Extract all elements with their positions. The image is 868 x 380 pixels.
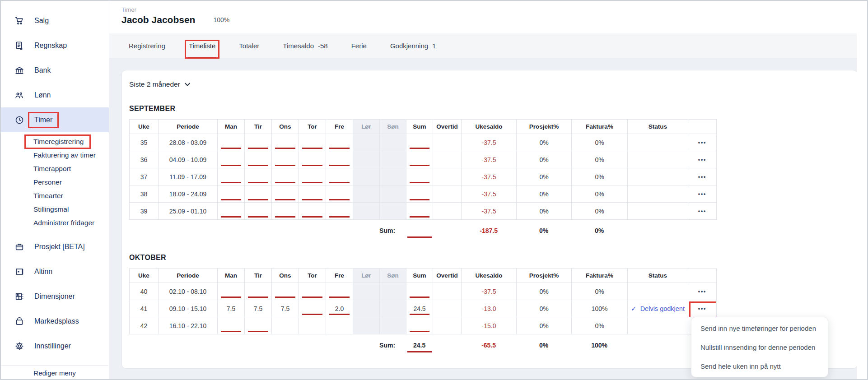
row-menu-button[interactable]: •••: [694, 155, 711, 165]
project-pct-cell: 0%: [517, 185, 572, 203]
sidebar-subitem[interactable]: Timeregistrering: [33, 135, 109, 148]
week-balance-cell: -37.5: [462, 283, 517, 300]
sum-underline: [410, 297, 429, 298]
overtime-cell: [433, 317, 462, 334]
day-cell-tir[interactable]: [245, 151, 272, 168]
day-cell-man[interactable]: 7.5: [218, 300, 245, 317]
empty-entry-underline: [221, 182, 241, 183]
day-cell-fre[interactable]: 2.0: [326, 300, 353, 317]
sidebar-subitem[interactable]: Fakturering av timer: [33, 148, 109, 162]
day-cell-fre[interactable]: [326, 185, 353, 203]
row-menu-button[interactable]: •••: [694, 304, 711, 314]
day-cell-man[interactable]: [218, 317, 245, 334]
week-number-cell: 38: [130, 185, 159, 203]
day-cell-ons[interactable]: [272, 317, 299, 334]
sidebar-subitem[interactable]: Timearter: [33, 189, 109, 203]
day-cell-ons[interactable]: [272, 151, 299, 168]
day-cell-fre[interactable]: [326, 203, 353, 220]
day-cell-tor[interactable]: [299, 168, 326, 185]
day-cell-man[interactable]: [218, 134, 245, 151]
day-cell-man[interactable]: [218, 203, 245, 220]
sidebar-item-timer[interactable]: Timer: [1, 107, 109, 132]
tab-ferie[interactable]: Ferie: [351, 33, 367, 58]
weekend-cell-lor: [353, 203, 380, 220]
row-menu-button[interactable]: •••: [694, 287, 711, 297]
sidebar-item-regnskap[interactable]: Regnskap: [1, 33, 109, 58]
sidebar-subitem[interactable]: Timerapport: [33, 162, 109, 176]
menu-item[interactable]: Send hele uken inn på nytt: [691, 357, 828, 375]
sidebar-item-altinn[interactable]: Altinn: [1, 259, 109, 284]
tab-registrering[interactable]: Registrering: [129, 33, 165, 58]
sidebar-item-dimensjoner[interactable]: Dimensjoner: [1, 284, 109, 309]
sum-total-cell: 24.5: [406, 337, 433, 357]
day-cell-ons[interactable]: 7.5: [272, 300, 299, 317]
day-cell-man[interactable]: [218, 283, 245, 300]
sum-underline: [410, 182, 429, 183]
weekend-cell-son: [380, 168, 406, 185]
day-cell-fre[interactable]: [326, 317, 353, 334]
day-cell-tor[interactable]: [299, 203, 326, 220]
sum-label: Sum:: [129, 222, 406, 242]
day-cell-fre[interactable]: [326, 134, 353, 151]
day-cell-fre[interactable]: [326, 151, 353, 168]
menu-item[interactable]: Send inn nye timeføringer for perioden: [691, 319, 828, 338]
day-cell-man[interactable]: [218, 151, 245, 168]
tab-godkjenning[interactable]: Godkjenning1: [390, 33, 436, 58]
clock-icon: [14, 115, 24, 125]
sidebar-item-innstillinger[interactable]: Innstillinger: [1, 334, 109, 358]
edit-menu-link[interactable]: Rediger meny: [1, 369, 108, 377]
row-menu-button[interactable]: •••: [694, 172, 711, 182]
sidebar-item-lonn[interactable]: Lønn: [1, 83, 109, 107]
day-cell-tor[interactable]: [299, 300, 326, 317]
col-header-faktura: Faktura%: [572, 269, 628, 283]
day-cell-ons[interactable]: [272, 168, 299, 185]
sidebar-item-salg[interactable]: Salg: [1, 8, 109, 33]
sidebar-item-bank[interactable]: Bank: [1, 58, 109, 83]
sidebar-subitem[interactable]: Personer: [33, 176, 109, 189]
row-menu-button[interactable]: •••: [694, 138, 711, 148]
day-cell-tor[interactable]: [299, 317, 326, 334]
row-menu-cell: •••: [688, 151, 717, 168]
day-cell-tor[interactable]: [299, 134, 326, 151]
day-cell-tir[interactable]: [245, 134, 272, 151]
row-menu-button[interactable]: •••: [694, 206, 711, 216]
day-cell-tir[interactable]: [245, 203, 272, 220]
row-menu-button[interactable]: •••: [694, 189, 711, 199]
page-header: Timer Jacob Jacobsen 100%: [109, 1, 867, 33]
sidebar-item-markedsplass[interactable]: Markedsplass: [1, 309, 109, 334]
week-number-cell: 41: [130, 300, 159, 317]
empty-entry-underline: [248, 182, 268, 183]
sum-cell: [406, 203, 433, 220]
tab-totaler[interactable]: Totaler: [239, 33, 259, 58]
sum-cell: [406, 283, 433, 300]
sidebar-subitem[interactable]: Administrer fridager: [33, 216, 109, 230]
day-cell-man[interactable]: [218, 168, 245, 185]
period-filter-dropdown[interactable]: Siste 2 måneder: [129, 78, 191, 91]
sidebar-subitem[interactable]: Stillingsmal: [33, 203, 109, 216]
day-cell-tir[interactable]: 7.5: [245, 300, 272, 317]
overtime-cell: [433, 300, 462, 317]
day-cell-ons[interactable]: [272, 283, 299, 300]
day-cell-tor[interactable]: [299, 185, 326, 203]
day-cell-fre[interactable]: [326, 168, 353, 185]
day-cell-fre[interactable]: [326, 283, 353, 300]
day-cell-tir[interactable]: [245, 168, 272, 185]
day-cell-ons[interactable]: [272, 185, 299, 203]
bag-icon: [14, 316, 24, 326]
day-cell-ons[interactable]: [272, 203, 299, 220]
day-cell-man[interactable]: [218, 185, 245, 203]
day-cell-tir[interactable]: [245, 283, 272, 300]
day-cell-ons[interactable]: [272, 134, 299, 151]
sum-underline: [410, 314, 429, 315]
day-cell-tir[interactable]: [245, 185, 272, 203]
menu-item[interactable]: Nullstill innsending for denne perioden: [691, 338, 828, 357]
day-cell-tor[interactable]: [299, 283, 326, 300]
day-cell-tor[interactable]: [299, 151, 326, 168]
tab-timesaldo[interactable]: Timesaldo-58: [283, 33, 327, 58]
week-number-cell: 35: [130, 134, 159, 151]
tab-timeliste[interactable]: Timeliste: [189, 33, 215, 58]
day-cell-tir[interactable]: [245, 317, 272, 334]
col-header-tor: Tor: [299, 269, 326, 283]
empty-entry-underline: [248, 331, 268, 332]
sidebar-item-prosjekt[interactable]: Prosjekt [BETA]: [1, 234, 109, 259]
